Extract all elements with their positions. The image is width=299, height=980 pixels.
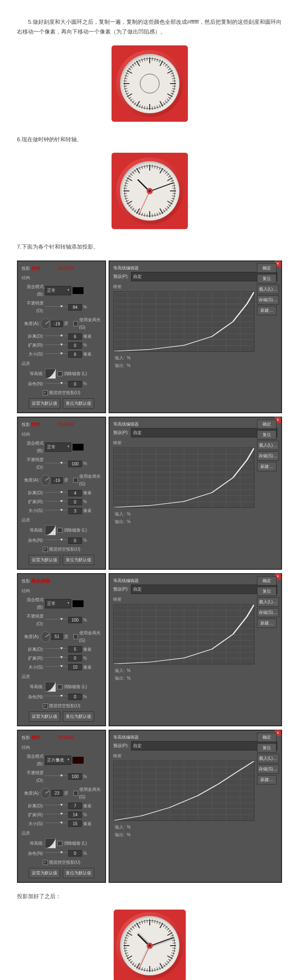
new-button[interactable]: 新建… [257,619,277,628]
angle-value[interactable]: 51 [51,633,63,640]
blend-select[interactable]: 正片叠底 [45,756,71,765]
save-button[interactable]: 存储(S)… [257,608,279,617]
opacity-value[interactable]: 100 [68,773,82,780]
antialias-checkbox[interactable] [57,528,62,533]
size-value[interactable]: 15 [68,820,82,827]
blend-select[interactable]: 正常 [45,442,71,452]
spread-value[interactable]: 0 [68,342,82,349]
knockout-checkbox[interactable] [43,390,48,395]
opacity-value[interactable]: 100 [68,461,82,467]
opacity-value[interactable]: 100 [68,617,82,623]
distance-value[interactable]: 7 [68,803,82,809]
noise-value[interactable]: 0 [68,538,82,544]
contour-graph[interactable] [113,761,254,821]
make-default-button[interactable]: 设置为默认值 [29,555,60,565]
reset-button[interactable]: 复位 [257,743,277,753]
distance-value[interactable]: 5 [68,646,82,652]
reset-button[interactable]: 复位 [257,587,277,596]
new-button[interactable]: 新建… [257,775,277,784]
load-button[interactable]: 载入(L)… [257,754,279,763]
contour-thumb[interactable] [45,525,56,535]
blend-select[interactable]: 正常 [45,286,71,295]
preset-select[interactable]: 自定 [131,428,277,437]
shadow-color-swatch[interactable] [73,287,84,294]
ok-button[interactable]: 确定 [257,420,277,429]
contour-graph[interactable] [113,291,254,352]
preset-select[interactable]: 自定 [131,272,277,281]
spread-slider[interactable] [45,344,67,347]
knockout-checkbox[interactable] [43,860,48,865]
angle-value[interactable]: -19 [51,321,63,327]
shadow-color-swatch[interactable] [73,757,84,764]
distance-value[interactable]: 4 [68,490,82,496]
save-button[interactable]: 存储(S)… [257,295,279,305]
opacity-value[interactable]: 84 [68,304,82,311]
size-slider[interactable] [45,510,67,513]
reset-default-button[interactable]: 复位为默认值 [63,555,94,565]
make-default-button[interactable]: 设置为默认值 [29,868,60,878]
load-button[interactable]: 载入(L)… [257,597,279,607]
antialias-checkbox[interactable] [57,371,62,376]
global-light-checkbox[interactable] [73,321,78,326]
load-button[interactable]: 载入(L)… [257,285,279,294]
distance-slider[interactable] [45,492,67,495]
noise-value[interactable]: 0 [68,694,82,700]
noise-slider[interactable] [45,852,67,855]
opacity-slider[interactable] [45,306,67,309]
noise-slider[interactable] [45,383,67,386]
save-button[interactable]: 存储(S)… [257,451,279,461]
opacity-slider[interactable] [45,619,67,622]
spread-slider[interactable] [45,814,67,817]
load-button[interactable]: 载入(L)… [257,441,279,450]
opacity-slider[interactable] [45,776,67,778]
angle-value[interactable]: -19 [51,477,63,484]
spread-value[interactable]: 0 [68,499,82,505]
contour-graph[interactable] [113,604,254,664]
size-slider[interactable] [45,666,67,669]
angle-dial[interactable] [41,631,50,642]
save-button[interactable]: 存储(S)… [257,764,279,774]
ok-button[interactable]: 确定 [257,733,277,742]
distance-value[interactable]: 6 [68,333,82,340]
make-default-button[interactable]: 设置为默认值 [29,711,60,722]
distance-slider[interactable] [45,648,67,651]
angle-value[interactable]: 23 [51,790,63,796]
shadow-color-swatch[interactable] [73,600,84,607]
angle-dial[interactable] [41,475,50,486]
contour-thumb[interactable] [45,369,56,379]
knockout-checkbox[interactable] [43,547,48,552]
global-light-checkbox[interactable] [73,791,78,796]
distance-slider[interactable] [45,805,67,808]
spread-value[interactable]: 0 [68,655,82,661]
ok-button[interactable]: 确定 [257,263,277,273]
noise-value[interactable]: 0 [68,381,82,387]
angle-dial[interactable] [41,318,50,329]
spread-value[interactable]: 14 [68,812,82,818]
reset-button[interactable]: 复位 [257,430,277,440]
noise-value[interactable]: 0 [68,850,82,857]
contour-graph[interactable] [113,448,254,508]
shadow-color-swatch[interactable] [73,444,84,451]
preset-select[interactable]: 自定 [131,585,277,594]
spread-slider[interactable] [45,501,67,504]
reset-default-button[interactable]: 复位为默认值 [63,711,94,722]
reset-button[interactable]: 复位 [257,274,277,283]
opacity-slider[interactable] [45,463,67,466]
angle-dial[interactable] [41,788,50,799]
reset-default-button[interactable]: 复位为默认值 [63,868,94,878]
size-value[interactable]: 10 [68,664,82,670]
antialias-checkbox[interactable] [57,841,62,846]
antialias-checkbox[interactable] [57,684,62,689]
new-button[interactable]: 新建… [257,462,277,471]
ok-button[interactable]: 确定 [257,576,277,585]
size-slider[interactable] [45,353,67,356]
reset-default-button[interactable]: 复位为默认值 [63,398,94,409]
size-value[interactable]: 8 [68,351,82,358]
global-light-checkbox[interactable] [73,634,78,639]
noise-slider[interactable] [45,696,67,699]
global-light-checkbox[interactable] [73,478,78,483]
noise-slider[interactable] [45,540,67,543]
size-slider[interactable] [45,823,67,826]
spread-slider[interactable] [45,657,67,660]
contour-thumb[interactable] [45,838,56,848]
